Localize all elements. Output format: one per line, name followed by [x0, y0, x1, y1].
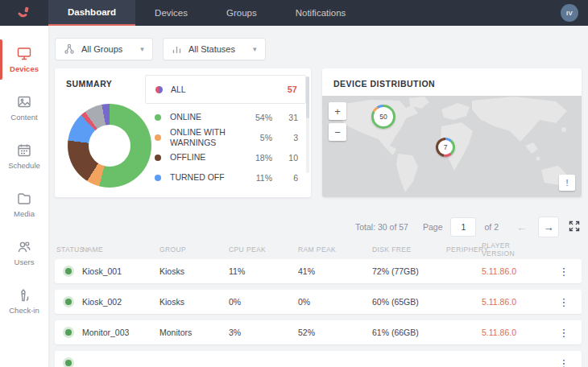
device-group: Kiosks — [158, 297, 227, 307]
legend-count: 6 — [272, 173, 298, 183]
online-status-dot — [65, 329, 72, 336]
all-statuses-icon — [155, 86, 163, 93]
next-page-button[interactable]: → — [538, 216, 559, 237]
map-zoom-in-button[interactable]: + — [329, 102, 346, 120]
legend-row-online[interactable]: ONLINE 54% 31 — [145, 107, 306, 127]
summary-card: SUMMARY ALL 57 ONLINE 54% 31 ONLINE WITH… — [55, 68, 311, 197]
sidebar-item-label: Media — [14, 209, 35, 218]
map-cluster-marker-africa[interactable]: 7 — [436, 138, 455, 157]
sidebar-item-label: Content — [10, 113, 37, 122]
page-of-text: of 2 — [484, 222, 499, 232]
legend-scrollbar[interactable] — [306, 76, 309, 173]
summary-title: SUMMARY — [66, 79, 112, 89]
online-status-dot — [65, 360, 72, 366]
legend-count: 3 — [272, 133, 298, 142]
cluster-count: 50 — [374, 107, 393, 126]
page-number-input[interactable] — [450, 217, 476, 237]
column-header-disk-free[interactable]: DISK FREE — [371, 245, 445, 254]
filter-bar: All Groups ▾ All Statuses ▾ — [55, 38, 266, 60]
world-map[interactable]: + − 50 7 ! — [322, 96, 582, 197]
table-row[interactable]: Monitor_003 Monitors 3% 52% 61% (66GB) 5… — [55, 320, 582, 344]
table-header: STATUS↑ NAME GROUP CPU PEAK RAM PEAK DIS… — [55, 241, 582, 258]
tab-dashboard[interactable]: Dashboard — [48, 0, 135, 26]
tab-groups[interactable]: Groups — [207, 0, 276, 26]
photo-icon — [16, 95, 32, 109]
groups-filter-dropdown[interactable]: All Groups ▾ — [55, 38, 153, 60]
disk-free: 60% (65GB) — [371, 297, 445, 307]
legend-pct: 54% — [242, 113, 272, 122]
sidebar-item-schedule[interactable]: Schedule — [0, 132, 48, 180]
column-header-group[interactable]: GROUP — [158, 245, 227, 254]
legend-pct: 5% — [242, 133, 272, 142]
legend-count: 31 — [272, 113, 298, 122]
groups-filter-icon — [64, 43, 75, 55]
tab-dashboard-label: Dashboard — [68, 7, 116, 17]
table-row[interactable]: Kiosk_001 Kiosks 11% 41% 72% (77GB) 5.11… — [55, 259, 582, 283]
legend-row-all[interactable]: ALL 57 — [145, 75, 306, 104]
previous-page-button[interactable]: ← — [513, 221, 530, 233]
all-count: 57 — [288, 85, 297, 94]
legend-row-offline[interactable]: OFFLINE 18% 10 — [145, 147, 306, 167]
chevron-down-icon: ▾ — [140, 45, 144, 53]
online-status-dot — [155, 114, 161, 121]
column-header-periphery[interactable]: PERIPHERY — [445, 245, 480, 254]
statuses-filter-label: All Statuses — [188, 44, 235, 54]
table-row[interactable]: Kiosk_002 Kiosks 0% 0% 60% (65GB) 5.11.8… — [55, 290, 582, 314]
cpu-peak: 0% — [227, 297, 296, 307]
map-cluster-marker-north-america[interactable]: 50 — [371, 105, 395, 129]
column-header-status[interactable]: STATUS↑ — [55, 245, 81, 254]
calendar-icon — [16, 143, 32, 158]
row-menu-button[interactable]: ⋮ — [545, 297, 582, 307]
sidebar-item-users[interactable]: Users — [0, 229, 48, 277]
player-version: 5.11.86.0 — [480, 328, 545, 337]
table-row-partial[interactable]: ⋮ — [55, 351, 582, 367]
map-error-button[interactable]: ! — [559, 175, 575, 191]
chevron-down-icon: ▾ — [253, 45, 257, 53]
player-version: 5.11.86.0 — [480, 266, 545, 276]
device-distribution-title: DEVICE DISTRIBUTION — [333, 79, 435, 89]
tab-groups-label: Groups — [226, 8, 257, 18]
scrollbar-thumb[interactable] — [306, 76, 309, 118]
monitor-icon — [16, 47, 32, 61]
statuses-filter-dropdown[interactable]: All Statuses ▾ — [163, 38, 266, 60]
fullscreen-icon — [569, 221, 580, 232]
device-name: Kiosk_001 — [81, 266, 158, 276]
legend-label: OFFLINE — [170, 152, 242, 162]
disk-free: 61% (66GB) — [371, 328, 445, 337]
cpu-peak: 11% — [227, 266, 296, 276]
sidebar-item-check-in[interactable]: Check-in — [0, 277, 48, 325]
tab-notifications[interactable]: Notifications — [276, 0, 366, 26]
all-label: ALL — [171, 85, 288, 94]
ram-peak: 0% — [296, 297, 371, 307]
total-count-text: Total: 30 of 57 — [355, 222, 408, 232]
row-menu-button[interactable]: ⋮ — [545, 358, 582, 367]
expand-table-button[interactable] — [567, 221, 582, 233]
column-header-cpu-peak[interactable]: CPU PEAK — [227, 245, 296, 254]
sidebar-item-devices[interactable]: Devices — [0, 35, 48, 84]
device-name: Monitor_003 — [81, 328, 158, 337]
ram-peak: 52% — [296, 328, 371, 337]
user-avatar[interactable]: IV — [561, 4, 578, 22]
legend-row-turned-off[interactable]: TURNED OFF 11% 6 — [145, 167, 306, 188]
top-navigation-bar: Dashboard Devices Groups Notifications I… — [0, 0, 588, 26]
offline-status-dot — [155, 155, 161, 161]
groups-filter-label: All Groups — [81, 44, 122, 54]
legend-row-online-with-warnings[interactable]: ONLINE WITH WARNINGS 5% 3 — [145, 127, 306, 147]
cpu-peak: 3% — [227, 328, 296, 337]
row-menu-button[interactable]: ⋮ — [545, 328, 582, 338]
map-zoom-out-button[interactable]: − — [329, 123, 346, 141]
pen-icon — [16, 288, 32, 303]
column-header-name[interactable]: NAME — [81, 245, 158, 254]
sidebar-item-content[interactable]: Content — [0, 84, 48, 132]
column-header-ram-peak[interactable]: RAM PEAK — [296, 245, 371, 254]
sidebar-item-label: Schedule — [8, 161, 40, 170]
row-menu-button[interactable]: ⋮ — [545, 266, 582, 277]
column-header-player-version[interactable]: PLAYER VERSION — [480, 241, 545, 258]
sidebar-item-media[interactable]: Media — [0, 180, 48, 229]
status-donut-chart — [68, 104, 151, 188]
app-logo[interactable] — [0, 0, 48, 26]
tab-devices[interactable]: Devices — [135, 0, 207, 26]
sidebar-item-label: Devices — [10, 64, 39, 73]
table-toolbar: Total: 30 of 57 Page of 2 ← → — [355, 216, 582, 238]
nav-tabs: Dashboard Devices Groups Notifications — [48, 0, 365, 26]
